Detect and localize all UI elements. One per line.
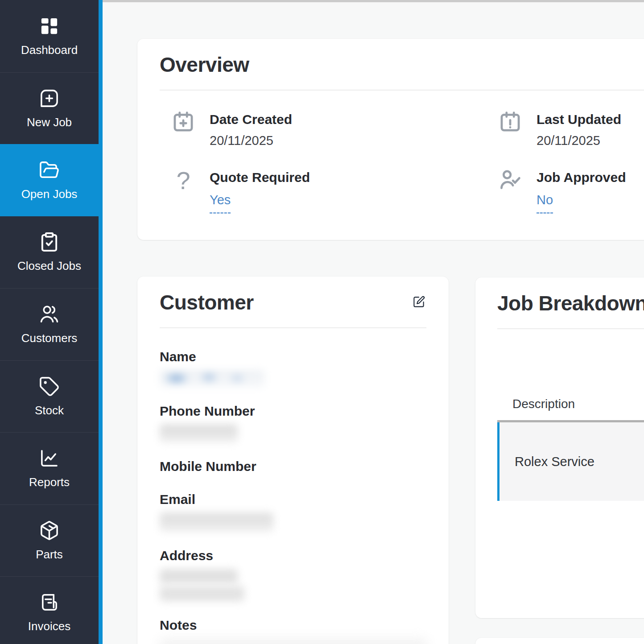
field-label: Quote Required <box>210 168 310 187</box>
field-date-created: Date Created 20/11/2025 <box>172 110 499 149</box>
customer-notes-label: Notes <box>160 616 426 634</box>
users-icon <box>39 304 60 325</box>
sidebar-item-new-job[interactable]: New Job <box>0 72 99 144</box>
question-mark-icon: ? <box>172 168 195 191</box>
user-check-icon <box>499 168 522 191</box>
sidebar-item-stock[interactable]: Stock <box>0 360 99 433</box>
calendar-alert-icon <box>499 110 522 133</box>
folder-open-icon <box>39 160 60 181</box>
field-last-updated: Last Updated 20/11/2025 <box>499 110 644 149</box>
sidebar-label: Parts <box>36 548 63 561</box>
main-content: Overview Date Created 20/11/2025 <box>103 0 644 644</box>
customer-email-label: Email <box>160 491 426 508</box>
job-breakdown-title: Job Breakdown <box>497 291 644 316</box>
customer-phone-label: Phone Number <box>160 402 426 420</box>
sidebar-label: Dashboard <box>21 43 78 57</box>
sidebar-label: Reports <box>29 475 70 489</box>
job-item-row[interactable]: Rolex Service <box>497 422 644 501</box>
sidebar-item-reports[interactable]: Reports <box>0 432 99 504</box>
calendar-plus-icon <box>172 110 195 133</box>
sidebar-item-closed-jobs[interactable]: Closed Jobs <box>0 216 99 289</box>
customer-address-line2-redacted <box>160 586 244 601</box>
customer-address-line1-redacted <box>160 569 238 583</box>
sidebar-item-dashboard[interactable]: Dashboard <box>0 0 99 72</box>
field-label: Last Updated <box>537 110 621 129</box>
customer-mobile-label: Mobile Number <box>160 458 426 475</box>
job-items-table: Rolex Service <box>497 420 644 501</box>
overview-card: Overview Date Created 20/11/2025 <box>137 39 644 240</box>
job-approved-toggle[interactable]: No <box>537 191 553 214</box>
customer-notes-value-redacted <box>160 639 427 644</box>
customer-phone-value-redacted <box>160 425 238 442</box>
field-job-approved: Job Approved No <box>499 168 644 214</box>
sidebar-item-open-jobs[interactable]: Open Jobs <box>0 144 99 216</box>
sidebar-label: Customers <box>21 331 78 345</box>
package-icon <box>39 520 60 541</box>
overview-title: Overview <box>160 52 249 77</box>
sidebar-item-customers[interactable]: Customers <box>0 288 99 360</box>
sidebar-label: Stock <box>35 404 64 417</box>
job-item-description: Rolex Service <box>515 453 594 470</box>
customer-name-label: Name <box>160 348 426 366</box>
field-quote-required: ? Quote Required Yes <box>172 168 499 214</box>
field-value: 20/11/2025 <box>537 132 621 149</box>
sidebar-accent-bar <box>99 0 103 644</box>
divider <box>160 327 426 328</box>
field-label: Job Approved <box>537 168 626 187</box>
customer-title: Customer <box>160 290 254 315</box>
edit-customer-button[interactable] <box>411 294 426 311</box>
field-value: 20/11/2025 <box>210 132 292 149</box>
customer-email-value-redacted <box>160 513 273 532</box>
quote-required-toggle[interactable]: Yes <box>210 191 231 214</box>
square-plus-icon <box>39 88 60 109</box>
sidebar-label: Invoices <box>28 619 70 633</box>
dashboard-grid-icon <box>39 16 60 37</box>
spacer <box>497 329 644 396</box>
chart-line-icon <box>39 448 60 469</box>
description-column-header: Description <box>497 396 644 412</box>
invoice-document-icon <box>39 592 60 613</box>
field-label: Date Created <box>210 110 292 129</box>
tag-icon <box>39 376 60 397</box>
square-pen-icon <box>412 303 425 310</box>
sidebar-label: New Job <box>27 116 72 129</box>
customer-name-value-redacted[interactable] <box>160 370 264 387</box>
sidebar-item-parts[interactable]: Parts <box>0 504 99 577</box>
sidebar-item-invoices[interactable]: Invoices <box>0 576 99 644</box>
customer-card: Customer Name Phone Number Mobile Number… <box>137 277 449 644</box>
sidebar-label: Open Jobs <box>21 187 78 201</box>
sidebar-label: Closed Jobs <box>17 259 81 272</box>
customer-address-label: Address <box>160 547 426 565</box>
sidebar: Dashboard New Job Open Jobs <box>0 0 103 644</box>
clipboard-check-icon <box>39 231 60 252</box>
app-window: Dashboard New Job Open Jobs <box>0 0 644 644</box>
top-border-strip <box>103 0 644 2</box>
job-breakdown-card: Job Breakdown Description Rolex Service <box>475 277 644 618</box>
partial-card <box>475 638 644 644</box>
